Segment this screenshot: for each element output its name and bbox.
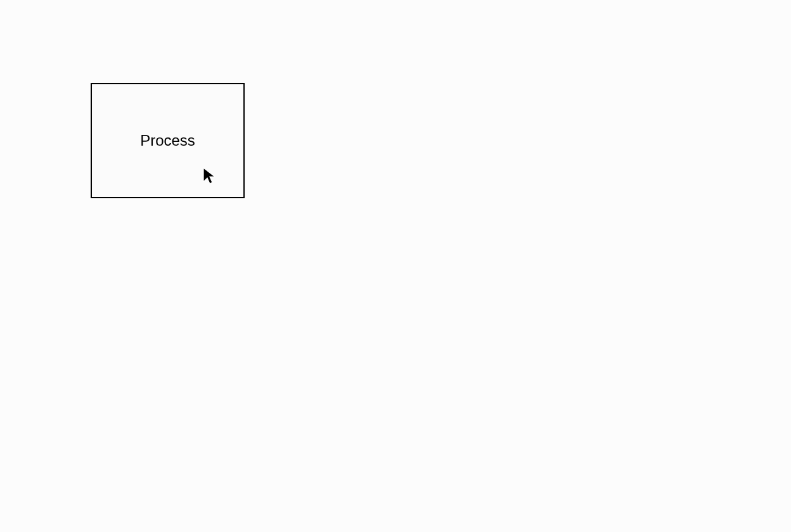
diagram-canvas[interactable]: Process bbox=[0, 0, 791, 532]
process-shape[interactable]: Process bbox=[91, 83, 245, 198]
process-label: Process bbox=[140, 132, 195, 149]
